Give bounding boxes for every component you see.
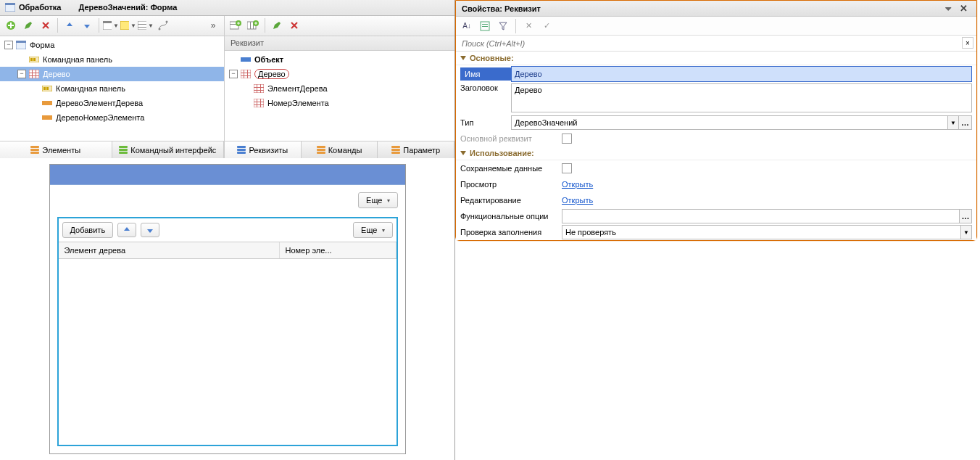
- orange-icon: [41, 98, 53, 108]
- tree-item[interactable]: Объект: [225, 52, 454, 67]
- up-icon[interactable]: [62, 17, 78, 33]
- add-row-button[interactable]: Добавить: [62, 222, 114, 238]
- svg-rect-34: [241, 70, 251, 78]
- svg-rect-15: [33, 58, 36, 61]
- svg-rect-47: [257, 99, 257, 107]
- lbl-edit: Редактирование: [460, 196, 562, 205]
- expander-icon[interactable]: −: [4, 41, 13, 49]
- stack-icon: [119, 146, 128, 154]
- tree-item[interactable]: ЭлементДерева: [225, 81, 454, 96]
- svg-rect-38: [247, 70, 248, 78]
- link-view[interactable]: Открыть: [562, 180, 593, 189]
- lbl-header: Заголовок: [460, 83, 511, 92]
- panel1-icon[interactable]: ▼: [103, 17, 119, 33]
- svg-rect-30: [250, 22, 251, 29]
- lbl-funcopt: Функциональные опции: [460, 212, 562, 221]
- svg-rect-6: [138, 21, 146, 30]
- title-prefix: Обработка: [19, 3, 61, 12]
- clear-search-icon[interactable]: ×: [962, 37, 973, 49]
- svg-rect-39: [254, 84, 264, 93]
- tab-label: Параметр: [403, 146, 440, 155]
- preview-tree-table[interactable]: Добавить Еще▾ Элемент дерева Номер эле..…: [57, 217, 398, 446]
- link-edit[interactable]: Открыть: [562, 196, 593, 205]
- svg-rect-8: [138, 27, 146, 28]
- properties-search[interactable]: ×: [456, 36, 976, 52]
- tab-Командный интерфейс[interactable]: Командный интерфейс: [112, 141, 225, 158]
- sort-icon[interactable]: A↓: [459, 18, 475, 34]
- tab-Параметр[interactable]: Параметр: [378, 141, 454, 158]
- tree-item-label: Форма: [30, 41, 54, 49]
- move-up-button[interactable]: [117, 223, 136, 237]
- col-element[interactable]: Элемент дерева: [59, 242, 280, 258]
- col-number[interactable]: Номер эле...: [280, 242, 396, 258]
- more-button[interactable]: Еще▾: [358, 192, 397, 208]
- tree-item[interactable]: −Дерево: [225, 67, 454, 81]
- section-main[interactable]: Основные:: [456, 52, 976, 65]
- input-funcopt[interactable]: [562, 209, 959, 223]
- funcopt-dots-icon[interactable]: …: [959, 209, 972, 223]
- tree-item[interactable]: ДеревоНомерЭлемента: [0, 110, 224, 125]
- filter-icon[interactable]: [495, 18, 511, 34]
- edit-icon[interactable]: [20, 17, 36, 33]
- svg-rect-5: [120, 21, 129, 30]
- more2-button[interactable]: Еще▾: [353, 222, 392, 238]
- close-icon[interactable]: ✕: [957, 3, 971, 14]
- edit2-icon[interactable]: [269, 17, 285, 33]
- chk-saved[interactable]: [562, 163, 572, 173]
- expander-icon[interactable]: −: [17, 70, 26, 78]
- expander-icon[interactable]: −: [229, 70, 238, 78]
- tab-Реквизиты[interactable]: Реквизиты: [225, 141, 302, 158]
- cat-icon[interactable]: [477, 18, 493, 34]
- add-icon[interactable]: [3, 17, 19, 33]
- tree-item[interactable]: −Форма: [0, 38, 224, 52]
- section-usage[interactable]: Использование:: [456, 147, 976, 160]
- input-header[interactable]: [511, 83, 972, 112]
- svg-rect-1: [5, 3, 15, 5]
- tree-item[interactable]: ДеревоЭлементДерева: [0, 96, 224, 110]
- tree-item[interactable]: НомерЭлемента: [225, 96, 454, 110]
- tree-item[interactable]: Командная панель: [0, 81, 224, 96]
- grid-body[interactable]: [59, 259, 396, 445]
- left-tabs: ЭлементыКомандный интерфейс: [0, 141, 224, 158]
- add-attr-icon[interactable]: [228, 17, 244, 33]
- chevrons-icon[interactable]: »: [205, 17, 221, 33]
- delete-icon[interactable]: [38, 17, 54, 33]
- search-input[interactable]: [456, 36, 976, 51]
- svg-rect-7: [138, 24, 146, 25]
- input-type[interactable]: [511, 115, 947, 130]
- input-name[interactable]: [512, 67, 971, 81]
- add-col-icon[interactable]: [245, 17, 261, 33]
- tab-Команды[interactable]: Команды: [302, 141, 378, 158]
- title-object: ДеревоЗначений: Форма: [78, 3, 177, 12]
- svg-rect-23: [46, 87, 49, 90]
- panel3-icon[interactable]: ▼: [138, 17, 154, 33]
- lbl-fillcheck: Проверка заполнения: [460, 228, 562, 237]
- tree-item[interactable]: Командная панель: [0, 52, 224, 67]
- delete2-icon[interactable]: [286, 17, 302, 33]
- tab-label: Элементы: [42, 146, 80, 155]
- svg-rect-42: [257, 84, 257, 93]
- svg-rect-50: [482, 24, 488, 25]
- path-icon[interactable]: [155, 17, 171, 33]
- svg-rect-18: [29, 75, 39, 76]
- pin-icon[interactable]: ⏷: [944, 4, 952, 13]
- input-fillcheck[interactable]: [562, 225, 960, 239]
- panel2-icon[interactable]: ▼: [120, 17, 136, 33]
- lbl-name: Имя: [460, 67, 511, 81]
- tab-Элементы[interactable]: Элементы: [0, 141, 112, 158]
- tree-item-label: Дерево: [254, 70, 289, 78]
- apply-icon: ✓: [539, 18, 555, 34]
- down-icon[interactable]: [79, 17, 95, 33]
- grid-icon: [240, 69, 252, 79]
- properties-panel: Свойства: Реквизит ⏷ ✕ A↓ ✕ ✓ × Основные…: [455, 0, 977, 241]
- type-dots-icon[interactable]: …: [959, 115, 972, 130]
- tree-item-label: ЭлементДерева: [267, 84, 328, 93]
- attrs-tree[interactable]: Объект−ДеревоЭлементДереваНомерЭлемента: [225, 51, 454, 141]
- move-down-button[interactable]: [141, 223, 159, 237]
- chk-mainattr: [562, 134, 572, 144]
- tree-item[interactable]: −Дерево: [0, 67, 224, 81]
- fillcheck-dropdown-icon[interactable]: ▼: [960, 225, 972, 239]
- elements-tree[interactable]: −ФормаКомандная панель−ДеревоКомандная п…: [0, 36, 224, 141]
- form-icon: [15, 40, 27, 50]
- type-dropdown-icon[interactable]: ▼: [947, 115, 959, 130]
